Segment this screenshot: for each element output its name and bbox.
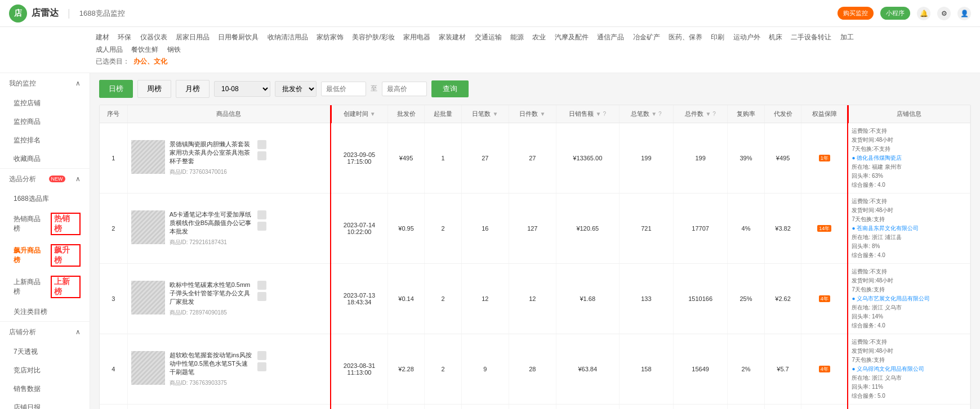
product-image[interactable] [131,140,165,174]
nav-item-ershow[interactable]: 二手设备转让 [791,33,831,41]
cell-agent-price: ¥495 [764,123,801,193]
sidebar-item-hot-rank[interactable]: 热销商品榜 热销榜 [0,208,90,240]
nav-item-qimo[interactable]: 汽摩及配件 [555,33,589,41]
product-name[interactable]: 超软欧包笔握套按动笔ins风按动中性笔0.5黑色水笔ST头速干刷题笔 [170,351,253,377]
nav-item-yejin[interactable]: 冶金矿产 [633,33,660,41]
cell-daily-items: 127 [509,193,556,263]
product-image[interactable] [131,351,165,385]
sidebar-header-my-monitor[interactable]: 我的监控 ∧ [0,73,90,94]
mini-program-button[interactable]: 小程序 [880,7,910,20]
product-image[interactable] [131,210,165,244]
sort-total-orders-icon[interactable]: ▼ [651,111,657,117]
nav-item-jiancai[interactable]: 建材 [96,33,109,41]
nav-item-jiagong[interactable]: 加工 [840,33,854,41]
product-name[interactable]: 景德镇陶瓷眼内胆懒人茶套装家用功夫茶具办公室茶具泡茶杯子整套 [170,140,253,166]
nav-item-canjuchuju[interactable]: 日用餐厨饮具 [218,33,259,41]
avatar[interactable]: 👤 [957,7,971,20]
shop-delivery: 发货时间:48小时 [852,136,966,145]
help-total-items-icon[interactable]: ? [712,111,716,117]
cell-benefit: 4年 [801,263,848,334]
price-type-select[interactable]: 批发价 [275,81,317,97]
nav-item-jiaotong[interactable]: 交通运输 [475,33,502,41]
sidebar-item-1688-lib[interactable]: 1688选品库 [0,190,90,208]
sidebar-item-shop-daily[interactable]: 店铺日报 [0,398,90,409]
nav-item-shounacleaning[interactable]: 收纳清洁用品 [268,33,308,41]
nav-item-huanbao[interactable]: 环保 [118,33,131,41]
date-select[interactable]: 10-08 [214,81,270,97]
cell-repurchase: 4% [728,193,765,263]
header-divider: | [68,7,70,19]
nav-item-yiyao[interactable]: 医药、保养 [669,33,702,41]
tab-monthly[interactable]: 月榜 [176,80,210,98]
help-daily-sales-icon[interactable]: ? [603,111,607,117]
nav-item-yundong[interactable]: 运动户外 [733,33,760,41]
tab-daily[interactable]: 日榜 [99,80,133,98]
col-product-info: 商品信息 [127,105,331,123]
nav-item-tongxin[interactable]: 通信产品 [597,33,624,41]
product-icon-1[interactable] [257,210,266,219]
sort-daily-orders-icon[interactable]: ▼ [492,111,498,117]
sidebar-header-select-analysis[interactable]: 选品分析 NEW ∧ [0,169,90,190]
nav-item-jiayongdianqi[interactable]: 家用电器 [403,33,430,41]
product-icon-2[interactable] [257,362,266,371]
product-icon-1[interactable] [257,351,266,360]
product-icon-2[interactable] [257,151,266,160]
product-text: 超软欧包笔握套按动笔ins风按动中性笔0.5黑色水笔ST头速干刷题笔 商品ID:… [170,351,253,387]
new-rank-label-big: 上新榜 [51,276,81,298]
sort-daily-sales-icon[interactable]: ▼ [596,111,602,117]
year-badge: 1年 [819,155,830,161]
query-button[interactable]: 查询 [431,80,469,97]
product-icon-1[interactable] [257,140,266,149]
product-image[interactable] [131,281,165,314]
sidebar-item-monitor-shop[interactable]: 监控店铺 [0,94,90,113]
shop-name[interactable]: ● 德化县伟煤陶瓷店 [852,154,966,163]
nav-item-jiazhuang[interactable]: 家装建材 [439,33,466,41]
cell-benefit: 14年 [801,193,848,263]
sort-total-items-icon[interactable]: ▼ [705,111,711,117]
sidebar-item-collect-product[interactable]: 收藏商品 [0,150,90,168]
shop-name[interactable]: ● 苍南县东昇文化有限公司 [852,224,966,233]
cell-daily-items: 12 [509,263,556,334]
product-id: 商品ID: 728974090185 [170,309,253,317]
cell-price: ¥495 [387,123,425,193]
nav-item-chengren[interactable]: 成人用品 [96,46,123,53]
help-total-orders-icon[interactable]: ? [658,111,662,117]
product-icon-2[interactable] [257,292,266,301]
nav-item-meirong[interactable]: 美容护肤/彩妆 [352,33,394,41]
price-min-input[interactable] [321,82,366,96]
notification-icon[interactable]: 🔔 [917,7,930,20]
sidebar-header-shop-analysis[interactable]: 店铺分析 ∧ [0,322,90,343]
cell-created: 2023-07-14 10:22:00 [331,193,387,263]
nav-item-yinshua[interactable]: 印刷 [711,33,724,41]
cell-no: 5 [100,404,127,409]
sidebar-item-watch-category[interactable]: 关注类目榜 [0,303,90,321]
shop-name[interactable]: ● 义乌得鸿文化用品有限公司 [852,365,966,374]
shop-name[interactable]: ● 义乌市艺展文化用品有限公司 [852,294,966,303]
nav-item-canyin[interactable]: 餐饮生鲜 [131,46,158,53]
nav-item-nengyuan[interactable]: 能源 [510,33,524,41]
nav-item-jiafang[interactable]: 家纺家饰 [317,33,344,41]
sidebar-item-seven-view[interactable]: 7天透视 [0,343,90,361]
sidebar-item-new-rank[interactable]: 上新商品榜 上新榜 [0,271,90,303]
tab-weekly[interactable]: 周榜 [137,80,171,98]
sidebar-item-monitor-rank[interactable]: 监控排名 [0,131,90,150]
product-name[interactable]: 欧标中性笔碳素水性笔0.5mm子弹头全针管签字笔办公文具厂家批发 [170,281,253,307]
price-max-input[interactable] [382,82,427,96]
product-name[interactable]: A5卡通笔记本学生可爱加厚纸质横线作业B5高颜值办公记事本批发 [170,210,253,236]
nav-item-jichuang[interactable]: 机床 [769,33,782,41]
product-icon-2[interactable] [257,222,266,231]
shop-location: 所在地: 浙江 义乌市 [852,303,966,312]
settings-icon[interactable]: ⚙ [937,7,951,20]
sidebar-item-sales-data[interactable]: 销售数据 [0,380,90,398]
sidebar-item-monitor-product[interactable]: 监控商品 [0,113,90,131]
sort-created-icon[interactable]: ▼ [370,111,376,117]
sort-daily-items-icon[interactable]: ▼ [540,111,545,117]
sidebar-item-rise-rank[interactable]: 飙升商品榜 飙升榜 [0,240,90,271]
buy-monitor-button[interactable]: 购买监控 [838,7,874,20]
sidebar-item-compete-compare[interactable]: 竞店对比 [0,361,90,380]
product-icon-1[interactable] [257,281,266,290]
nav-item-yiqi[interactable]: 仪器仪表 [140,33,167,41]
nav-item-jiaju[interactable]: 居家日用品 [176,33,210,41]
nav-item-gangtie[interactable]: 钢铁 [167,46,181,53]
nav-item-nongye[interactable]: 农业 [532,33,546,41]
